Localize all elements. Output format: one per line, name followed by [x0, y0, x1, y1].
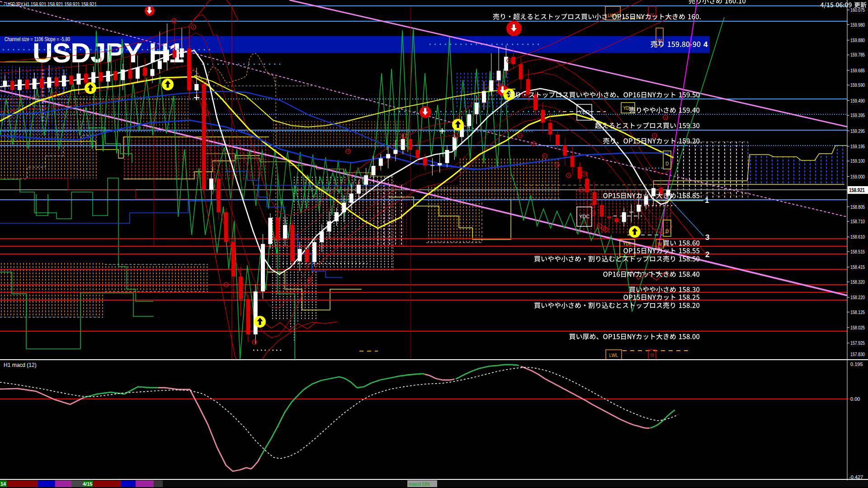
svg-text:159.100: 159.100	[850, 158, 865, 164]
svg-text:159.980: 159.980	[850, 22, 865, 28]
svg-text:Channel size = 1106 Slope = -5: Channel size = 1106 Slope = -5.80	[5, 36, 70, 42]
svg-text:159.295: 159.295	[850, 128, 865, 134]
svg-text:158.805: 158.805	[850, 204, 865, 210]
svg-text:159.685: 159.685	[850, 68, 865, 73]
svg-text:0.195: 0.195	[850, 361, 863, 367]
svg-text:158.415: 158.415	[850, 264, 865, 270]
svg-text:-0.427: -0.427	[849, 474, 863, 480]
svg-text:LWL: LWL	[609, 353, 618, 358]
svg-text:W: W	[658, 242, 662, 247]
svg-text:159.590: 159.590	[850, 82, 865, 88]
svg-text:159.880: 159.880	[850, 38, 865, 43]
svg-text:- USDJPY,H1 158.921 158.921 1: - USDJPY,H1 158.921 158.921 158.921 158.…	[4, 1, 97, 8]
svg-text:159.785: 159.785	[850, 52, 865, 57]
svg-text:M: M	[650, 353, 654, 358]
svg-text:158.921: 158.921	[849, 187, 865, 193]
svg-text:158.710: 158.710	[850, 219, 865, 224]
svg-text:158.515: 158.515	[850, 249, 865, 254]
svg-text:159.490: 159.490	[850, 98, 865, 103]
svg-text:158.125: 158.125	[850, 310, 865, 315]
svg-text:2: 2	[705, 250, 709, 259]
svg-text:159.195: 159.195	[850, 144, 865, 149]
svg-text:YDL: YDL	[623, 241, 632, 246]
svg-text:YDC: YDC	[579, 214, 590, 219]
svg-text:14: 14	[0, 481, 6, 487]
svg-text:4/15: 4/15	[83, 481, 92, 487]
svg-text:H1 macd (12): H1 macd (12)	[4, 362, 37, 368]
svg-text:YDO: YDO	[579, 109, 590, 115]
svg-text:3: 3	[705, 233, 709, 242]
svg-text:158.220: 158.220	[850, 295, 865, 300]
svg-text:158.610: 158.610	[850, 234, 865, 239]
svg-text:157.925: 157.925	[850, 340, 865, 346]
svg-text:1: 1	[705, 196, 709, 205]
svg-text:4: 4	[703, 40, 708, 49]
svg-text:D: D	[665, 229, 669, 234]
svg-text:159.395: 159.395	[850, 113, 865, 118]
svg-text:160.075: 160.075	[850, 7, 865, 13]
svg-text:D: D	[665, 161, 669, 166]
svg-text:158.025: 158.025	[850, 325, 865, 330]
svg-text:157.830: 157.830	[850, 352, 865, 357]
svg-text:macd ON: macd ON	[409, 481, 430, 487]
svg-text:0.00: 0.00	[850, 396, 860, 402]
svg-text:158.320: 158.320	[850, 279, 865, 285]
svg-text:159.000: 159.000	[850, 174, 865, 179]
